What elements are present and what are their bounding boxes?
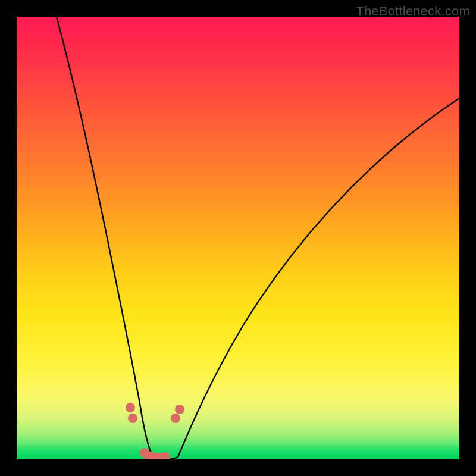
marker-cluster <box>126 403 184 459</box>
marker-dot <box>126 403 135 412</box>
watermark-text: TheBottleneck.com <box>356 4 470 19</box>
marker-dot <box>171 414 180 423</box>
curve-layer <box>17 17 459 459</box>
marker-dot <box>175 405 184 414</box>
curve-left <box>57 17 153 457</box>
chart-frame: TheBottleneck.com <box>0 0 476 476</box>
plot-area <box>17 17 459 459</box>
marker-dot <box>128 414 137 423</box>
curve-right <box>178 98 459 457</box>
